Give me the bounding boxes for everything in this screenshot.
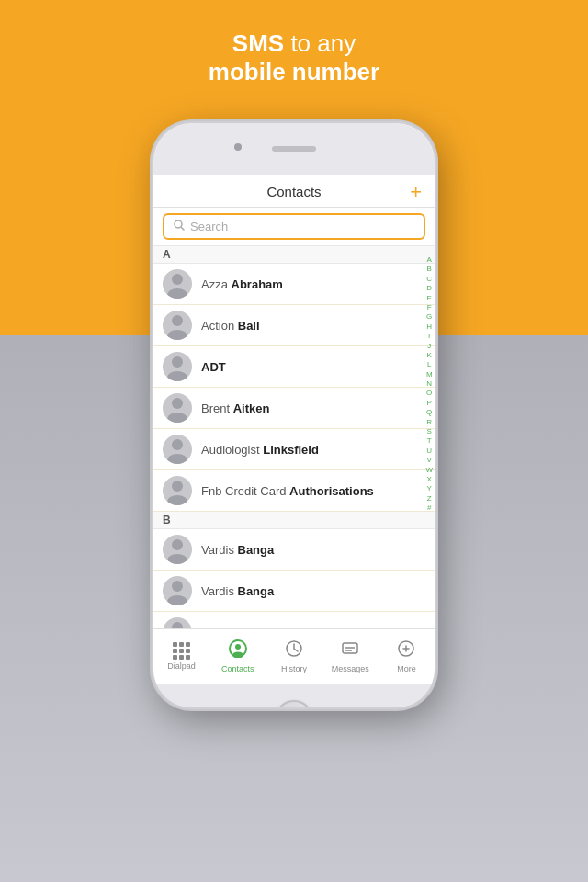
avatar <box>163 617 192 628</box>
alpha-f[interactable]: F <box>427 303 432 312</box>
banner-line1: SMS to any <box>18 29 570 58</box>
avatar <box>163 269 192 299</box>
list-item[interactable]: Vardis Banga <box>153 571 435 612</box>
nav-contacts[interactable]: Contacts <box>209 639 266 673</box>
nav-dialpad[interactable]: Dialpad <box>153 642 209 671</box>
list-item[interactable]: Fnb Credit Card Authorisations <box>153 470 435 512</box>
contact-name: Mark Bannerman <box>201 626 297 629</box>
list-item[interactable]: Mark Bannerman <box>153 612 435 628</box>
alpha-y[interactable]: Y <box>427 484 432 493</box>
alpha-h[interactable]: H <box>426 322 432 332</box>
alpha-q[interactable]: Q <box>426 408 432 417</box>
alpha-e[interactable]: E <box>427 294 432 303</box>
avatar <box>163 352 192 381</box>
phone-screen: Contacts + Search A <box>153 175 435 628</box>
svg-point-5 <box>167 330 187 340</box>
svg-point-18 <box>172 622 183 628</box>
contacts-title: Contacts <box>266 184 321 199</box>
phone-speaker <box>272 146 316 152</box>
alpha-t[interactable]: T <box>427 436 432 446</box>
alpha-u[interactable]: U <box>426 447 432 456</box>
list-item[interactable]: ADT <box>153 346 435 388</box>
alpha-w[interactable]: W <box>425 466 433 475</box>
contact-name: Fnb Credit Card Authorisations <box>201 484 374 498</box>
alpha-r[interactable]: R <box>426 418 432 427</box>
contact-name: Action Ball <box>201 319 260 333</box>
contacts-icon <box>229 639 247 662</box>
nav-more[interactable]: More <box>379 639 435 673</box>
avatar <box>163 476 192 505</box>
top-banner: SMS to any mobile number <box>0 0 588 112</box>
alpha-s[interactable]: S <box>427 427 432 436</box>
contact-name: Audiologist Linksfield <box>201 443 319 457</box>
section-b: B <box>153 512 435 529</box>
alpha-g[interactable]: G <box>426 312 432 322</box>
dialpad-label: Dialpad <box>167 662 196 671</box>
list-item[interactable]: Brent Aitken <box>153 388 435 429</box>
avatar <box>163 576 192 605</box>
alpha-a[interactable]: A <box>427 255 432 265</box>
more-label: More <box>397 664 416 673</box>
svg-point-8 <box>172 398 183 409</box>
svg-point-4 <box>172 315 183 326</box>
list-item[interactable]: Vardis Banga <box>153 529 435 571</box>
list-item[interactable]: Audiologist Linksfield <box>153 429 435 470</box>
history-icon <box>285 639 303 662</box>
phone-wrapper: Contacts + Search A <box>0 112 588 709</box>
svg-point-14 <box>172 539 183 550</box>
messages-icon <box>341 639 359 662</box>
contact-name: Brent Aitken <box>201 401 269 415</box>
banner-line2: mobile number <box>18 58 570 86</box>
more-icon <box>397 639 415 662</box>
contact-name: Vardis Banga <box>201 584 274 598</box>
nav-messages[interactable]: Messages <box>322 639 379 673</box>
phone-frame: Contacts + Search A <box>152 121 436 709</box>
avatar <box>163 435 192 464</box>
alpha-j[interactable]: J <box>427 342 431 351</box>
svg-point-16 <box>172 581 183 592</box>
search-bar[interactable]: Search <box>163 213 425 240</box>
alpha-hash[interactable]: # <box>427 503 431 513</box>
dialpad-icon <box>173 642 190 660</box>
search-icon <box>174 220 185 233</box>
alphabet-index: A B C D E F G H I J K L M N O P Q R S T <box>425 255 433 514</box>
alpha-v[interactable]: V <box>427 456 432 465</box>
list-item[interactable]: Action Ball <box>153 305 435 346</box>
svg-point-2 <box>172 274 183 285</box>
bottom-nav: Dialpad Contacts <box>153 628 435 684</box>
alpha-z[interactable]: Z <box>427 494 432 503</box>
history-label: History <box>281 664 307 673</box>
home-button[interactable] <box>275 700 313 709</box>
alpha-n[interactable]: N <box>426 379 432 389</box>
alpha-o[interactable]: O <box>426 389 432 398</box>
phone-bottom-bar <box>153 684 435 709</box>
alpha-l[interactable]: L <box>427 360 431 369</box>
svg-line-1 <box>181 227 184 230</box>
avatar <box>163 393 192 423</box>
alpha-p[interactable]: P <box>427 399 432 408</box>
svg-point-6 <box>172 356 183 368</box>
phone-camera <box>234 143 242 151</box>
svg-point-12 <box>172 481 183 492</box>
svg-point-21 <box>235 644 241 650</box>
alpha-c[interactable]: C <box>426 275 432 284</box>
banner-line1-text: to any <box>290 29 356 57</box>
phone-top-bar <box>153 123 435 175</box>
alpha-d[interactable]: D <box>426 284 432 293</box>
alpha-i[interactable]: I <box>428 332 430 341</box>
alpha-m[interactable]: M <box>426 370 433 379</box>
contact-name: ADT <box>201 360 226 374</box>
alpha-x[interactable]: X <box>427 475 432 484</box>
svg-point-9 <box>167 413 187 423</box>
contacts-header: Contacts + <box>153 175 435 208</box>
alpha-b[interactable]: B <box>427 265 432 274</box>
add-contact-button[interactable]: + <box>410 180 422 204</box>
list-item[interactable]: Azza Abraham <box>153 264 435 305</box>
avatar <box>163 535 192 564</box>
svg-point-11 <box>167 454 187 464</box>
contact-name: Vardis Banga <box>201 543 274 557</box>
svg-point-7 <box>167 371 187 381</box>
alpha-k[interactable]: K <box>427 351 432 360</box>
nav-history[interactable]: History <box>266 639 322 673</box>
section-a: A <box>153 246 435 264</box>
